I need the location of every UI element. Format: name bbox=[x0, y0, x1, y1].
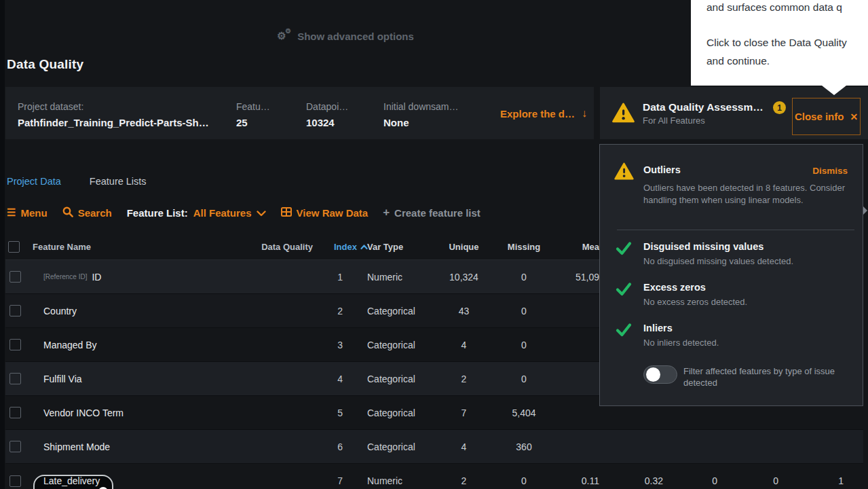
search-icon bbox=[62, 206, 73, 219]
close-info-button[interactable]: Close info ✕ bbox=[792, 98, 861, 135]
explore-dataset-link[interactable]: Explore the d… ↓ bbox=[500, 107, 587, 120]
filter-toggle[interactable] bbox=[643, 365, 677, 384]
row-checkbox[interactable] bbox=[10, 271, 21, 283]
datapoints-label: Datapoi… bbox=[306, 101, 348, 112]
row-checkbox[interactable] bbox=[10, 373, 21, 384]
warning-icon bbox=[614, 162, 634, 183]
assessment-title: Data Quality Assessm… bbox=[643, 101, 763, 113]
search-button[interactable]: Search bbox=[62, 206, 112, 219]
feature-name[interactable]: Late_delivery bbox=[43, 475, 100, 486]
feature-name[interactable]: Managed By bbox=[43, 340, 97, 350]
check-icon bbox=[615, 282, 633, 300]
down-arrow-icon: ↓ bbox=[582, 107, 587, 120]
assessment-subtitle: For All Features bbox=[643, 115, 705, 126]
feature-name[interactable]: Vendor INCO Term bbox=[43, 408, 124, 418]
tab-project-data[interactable]: Project Data bbox=[7, 176, 61, 187]
warning-icon bbox=[612, 103, 635, 123]
filter-toggle-label: Filter affected features by type of issu… bbox=[683, 365, 841, 388]
divider bbox=[617, 230, 854, 230]
project-dataset-label: Project dataset: bbox=[18, 101, 83, 112]
reference-id-tag: [Reference ID] bbox=[43, 273, 87, 280]
header-unique[interactable]: Unique bbox=[438, 242, 490, 252]
row-checkbox[interactable] bbox=[10, 339, 21, 350]
row-checkbox[interactable] bbox=[10, 305, 21, 316]
plus-icon: + bbox=[383, 206, 390, 219]
info-tooltip: and surfaces common data q Click to clos… bbox=[691, 0, 868, 86]
row-checkbox[interactable] bbox=[10, 475, 21, 487]
feature-list-dropdown[interactable]: All Features bbox=[193, 207, 266, 219]
header-mean-truncated[interactable]: Mea bbox=[558, 242, 601, 252]
check-icon bbox=[615, 323, 633, 340]
outliers-description: Outliers have been detected in 8 feature… bbox=[643, 182, 848, 206]
table-row[interactable]: Late_delivery 7 Numeric 2 0 0.11 0.32 0 … bbox=[5, 464, 863, 489]
select-all-checkbox[interactable] bbox=[8, 241, 20, 253]
show-advanced-options[interactable]: ⚙ ⚙ Show advanced options bbox=[0, 30, 691, 42]
create-feature-list-button[interactable]: + Create feature list bbox=[383, 206, 480, 219]
feature-name[interactable]: ID bbox=[92, 272, 101, 283]
tabs: Project Data Feature Lists bbox=[7, 176, 147, 187]
filter-toggle-row: Filter affected features by type of issu… bbox=[643, 365, 841, 388]
header-index-sorted[interactable]: Index bbox=[334, 242, 362, 252]
tab-feature-lists[interactable]: Feature Lists bbox=[90, 176, 147, 187]
features-label: Featu… bbox=[236, 101, 270, 112]
data-quality-panel: Outliers Dismiss Outliers have been dete… bbox=[599, 144, 863, 406]
dataset-info-bar: Project dataset: Pathfinder_Training_Pre… bbox=[5, 87, 594, 139]
outliers-title: Outliers bbox=[643, 164, 681, 175]
feature-list-label: Feature List: bbox=[127, 207, 188, 219]
tooltip-pointer bbox=[822, 86, 846, 95]
page-title: Data Quality bbox=[7, 57, 83, 72]
sort-asc-icon bbox=[360, 242, 368, 252]
datapoints-value: 10324 bbox=[306, 117, 335, 128]
header-missing[interactable]: Missing bbox=[490, 242, 558, 252]
feature-name[interactable]: Shipment Mode bbox=[43, 441, 110, 452]
data-quality-screen: ⚙ ⚙ Show advanced options Data Quality P… bbox=[0, 0, 868, 489]
downsampling-value: None bbox=[383, 117, 409, 128]
advanced-gears-icon: ⚙ ⚙ bbox=[277, 30, 292, 42]
dismiss-button[interactable]: Dismiss bbox=[812, 166, 848, 176]
table-row[interactable]: Shipment Mode 6 Categorical 4 360 bbox=[5, 430, 863, 464]
features-value: 25 bbox=[236, 117, 248, 128]
feature-name[interactable]: Fulfill Via bbox=[43, 374, 82, 384]
close-icon: ✕ bbox=[850, 111, 858, 122]
project-dataset-value: Pathfinder_Training_Predict-Parts-Sh… bbox=[18, 117, 209, 128]
check-icon bbox=[615, 241, 633, 259]
toolbar: ☰ Menu Search Feature List: All Features… bbox=[7, 206, 480, 219]
grid-icon bbox=[281, 207, 292, 219]
feature-name[interactable]: Country bbox=[43, 306, 77, 316]
header-data-quality[interactable]: Data Quality bbox=[251, 242, 316, 252]
view-raw-data-button[interactable]: View Raw Data bbox=[281, 207, 369, 219]
menu-button[interactable]: ☰ Menu bbox=[7, 206, 48, 219]
show-advanced-options-label: Show advanced options bbox=[297, 31, 414, 42]
chevron-down-icon bbox=[257, 207, 266, 219]
scroll-right-arrow[interactable] bbox=[863, 206, 867, 215]
downsampling-label: Initial downsam… bbox=[383, 101, 459, 112]
issue-count-badge: 1 bbox=[773, 101, 786, 114]
left-edge-strip bbox=[0, 0, 5, 489]
row-checkbox[interactable] bbox=[10, 441, 21, 452]
header-feature-name[interactable]: Feature Name bbox=[27, 242, 251, 252]
menu-icon: ☰ bbox=[7, 206, 16, 219]
row-checkbox[interactable] bbox=[10, 407, 21, 418]
